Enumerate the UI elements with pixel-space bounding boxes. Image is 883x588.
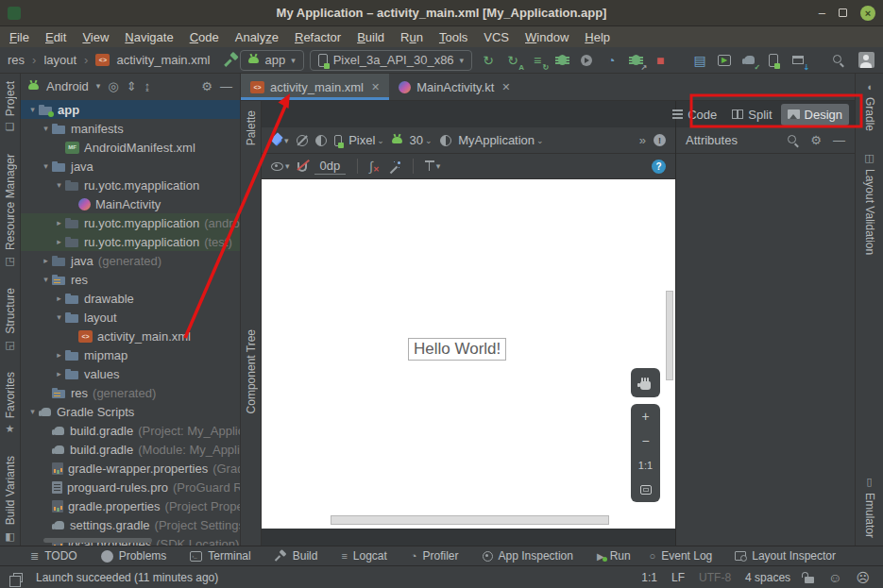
menu-item[interactable]: Analyze — [235, 30, 279, 44]
design-canvas[interactable]: Hello World! + − 1:1 — [262, 179, 675, 546]
happy-face-icon[interactable]: ☺ — [828, 570, 841, 585]
stop-button[interactable]: ■ — [650, 50, 671, 71]
menu-item[interactable]: VCS — [484, 30, 509, 44]
tree-row[interactable]: AndroidManifest.xml — [21, 138, 240, 157]
tool-tab-structure[interactable]: Structure ◲ — [4, 288, 17, 351]
tree-chevron[interactable]: ▾ — [40, 161, 52, 171]
api-level-menu[interactable]: 30⌄ — [392, 133, 433, 147]
apply-changes-button[interactable]: ↻A — [502, 50, 523, 71]
mode-code[interactable]: Code — [666, 104, 723, 126]
menu-item[interactable]: File — [9, 30, 29, 44]
tree-row[interactable]: gradle-wrapper.properties (Gradle Versio… — [21, 459, 240, 478]
tree-row[interactable]: ▸ mipmap — [21, 345, 240, 364]
canvas-hscrollbar[interactable] — [331, 515, 609, 525]
tree-row[interactable]: ▸ values — [21, 364, 240, 383]
mode-design[interactable]: Design — [781, 104, 849, 126]
zoom-in-button[interactable]: + — [631, 404, 660, 428]
tree-chevron[interactable]: ▾ — [26, 407, 39, 416]
profile-avatar-button[interactable] — [856, 50, 876, 71]
tree-row[interactable]: ▾ res — [21, 270, 240, 289]
tree-row[interactable]: ▾ app — [21, 100, 240, 119]
tree-row[interactable]: activity_main.xml — [21, 327, 240, 345]
close-button[interactable]: × — [860, 6, 875, 21]
infer-constraints-button[interactable] — [389, 160, 401, 173]
tool-tab-resource-manager[interactable]: Resource Manager ◳ — [4, 154, 17, 267]
tool-tab-gradle[interactable]: ◖ Gradle — [863, 81, 876, 131]
menu-item[interactable]: Run — [400, 30, 423, 44]
tree-chevron[interactable]: ▸ — [53, 350, 65, 360]
tree-chevron[interactable]: ▾ — [53, 180, 65, 190]
device-manager-button[interactable] — [763, 50, 784, 71]
view-options-button[interactable]: ▾ — [271, 161, 290, 171]
terminal-tab[interactable]: Terminal — [190, 549, 250, 563]
status-indicator[interactable]: 4 spaces — [745, 571, 790, 584]
palette-tab[interactable]: Palette — [245, 110, 258, 145]
tool-tab-build-variants[interactable]: Build Variants ◧ — [4, 456, 17, 542]
logcat-tab[interactable]: ≡ Logcat — [341, 549, 386, 563]
theme-menu[interactable]: MyApplication⌄ — [440, 133, 544, 147]
tree-row[interactable]: ▸ java (generated) — [21, 251, 240, 270]
todo-tab[interactable]: ≣ TODO — [30, 549, 77, 563]
menu-item[interactable]: Code — [190, 30, 219, 44]
device-menu[interactable]: Pixel⌄ — [334, 133, 384, 147]
status-indicator[interactable]: UTF-8 — [699, 571, 731, 584]
tree-row[interactable]: gradle.properties (Project Properties) — [21, 496, 240, 515]
tree-chevron[interactable]: ▾ — [26, 105, 39, 114]
apply-code-changes-button[interactable]: ≡↻ — [527, 50, 548, 71]
tree-chevron[interactable]: ▸ — [53, 294, 65, 303]
menu-item[interactable]: Refactor — [295, 30, 341, 44]
tree-row[interactable]: ▾ java — [21, 157, 240, 176]
night-mode-button[interactable] — [315, 135, 327, 146]
avd-manager-button[interactable]: ▶ — [714, 50, 735, 71]
menu-item[interactable]: View — [82, 30, 109, 44]
tool-tab-layout-validation[interactable]: ◫ Layout Validation — [863, 152, 876, 255]
project-view-selector[interactable]: Android — [46, 79, 89, 93]
orientation-button[interactable] — [297, 135, 308, 146]
tool-tab-emulator[interactable]: ▯ Emulator — [863, 476, 876, 538]
collapse-all-button[interactable]: ↨ — [144, 79, 151, 93]
tree-row[interactable]: ▾ manifests — [21, 119, 240, 138]
tree-row[interactable]: res (generated) — [21, 383, 240, 402]
problems-tab[interactable]: Problems — [101, 549, 167, 563]
device-file-explorer-button[interactable]: ▤ — [689, 50, 710, 71]
run-configuration-selector[interactable]: app ▾ — [240, 50, 303, 71]
app-inspection-tab[interactable]: App Inspection — [483, 549, 573, 563]
tree-row[interactable]: ▸ drawable — [21, 289, 240, 308]
sync-project-gradle-button[interactable]: ✓ — [739, 50, 759, 71]
tree-row[interactable]: ▸ ru.yotc.myapplication (androidTest) — [21, 213, 240, 232]
locate-file-button[interactable]: ◎ — [108, 79, 118, 93]
tree-row[interactable]: proguard-rules.pro (ProGuard Rules for a… — [21, 478, 240, 496]
tree-chevron[interactable]: ▸ — [53, 369, 65, 378]
errors-warnings-icon[interactable] — [654, 134, 666, 146]
project-tree-hscrollbar[interactable] — [43, 538, 152, 543]
tree-chevron[interactable]: ▾ — [40, 275, 52, 284]
profiler-button[interactable]: ◔ — [601, 50, 621, 71]
tree-row[interactable]: settings.gradle (Project Settings) — [21, 515, 240, 534]
sdk-manager-button[interactable]: ⇣ — [788, 50, 808, 71]
sad-face-icon[interactable]: ☹ — [856, 570, 870, 585]
close-tab-icon[interactable]: ✕ — [501, 81, 510, 93]
tree-chevron[interactable]: ▸ — [53, 237, 65, 246]
more-actions-chevrons[interactable]: » — [639, 133, 646, 147]
breadcrumb-file[interactable]: activity_main.xml — [116, 53, 210, 67]
tree-chevron[interactable]: ▾ — [53, 312, 65, 322]
tree-row[interactable]: MainActivity — [21, 194, 240, 213]
tree-row[interactable]: ▾ ru.yotc.myapplication — [21, 176, 240, 194]
lock-icon[interactable] — [805, 577, 814, 583]
canvas-vscrollbar[interactable] — [666, 291, 673, 380]
menu-item[interactable]: Window — [525, 30, 569, 44]
default-margin-selector[interactable]: 0dp — [314, 159, 347, 175]
tree-chevron[interactable]: ▾ — [40, 124, 52, 133]
clear-constraints-button[interactable]: ∫✕ — [369, 159, 382, 174]
zoom-to-fit-button[interactable] — [631, 478, 660, 502]
tree-chevron[interactable]: ▸ — [40, 256, 52, 265]
run-tab[interactable]: ▶ Run — [597, 549, 631, 563]
hello-world-textview[interactable]: Hello World! — [408, 338, 506, 361]
mode-split[interactable]: Split — [725, 104, 778, 126]
menu-item[interactable]: Build — [357, 30, 384, 44]
minimize-button[interactable]: – — [819, 7, 825, 20]
search-everywhere-button[interactable] — [827, 50, 848, 71]
search-icon[interactable] — [787, 134, 799, 146]
autoconnect-button[interactable] — [297, 160, 307, 172]
tab-activity-main-xml[interactable]: activity_main.xml ✕ — [241, 74, 389, 100]
